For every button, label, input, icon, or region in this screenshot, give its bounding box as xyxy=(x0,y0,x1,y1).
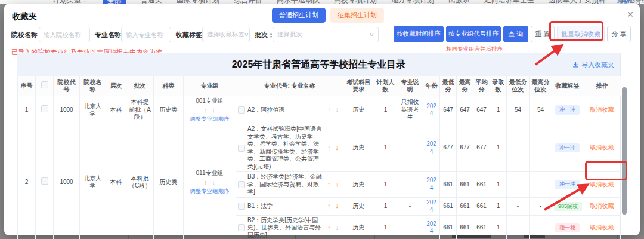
tag-cell: 冲一冲 xyxy=(552,124,583,172)
column-header: 批次 xyxy=(126,76,154,96)
download-icon xyxy=(572,62,579,68)
major-name: A2：文科试验班类[中国语言文学类、考古学、历史学类、哲学类、社会学类、法学、新… xyxy=(247,125,323,170)
group-checkbox[interactable] xyxy=(41,105,48,112)
major-move-down-icon[interactable]: ↓ xyxy=(336,202,339,209)
table-title-band: 2025年甘肃省普通高等学校招生专业目录 导入收藏夹 xyxy=(17,53,620,76)
group-checkbox[interactable] xyxy=(41,177,48,185)
major-checkbox[interactable] xyxy=(238,106,245,114)
major-checkbox[interactable] xyxy=(238,224,245,231)
modal-title: 收藏夹 xyxy=(12,11,37,22)
year-cell: 2024 xyxy=(423,96,440,124)
batch-select[interactable]: 选择批次 ∨ xyxy=(273,27,379,42)
column-header: 平均分 xyxy=(473,76,490,96)
major-move-down-icon[interactable]: ↓ xyxy=(336,180,339,188)
reset-button[interactable]: 重 置 xyxy=(531,26,555,42)
column-header: 年份 xyxy=(423,76,440,96)
major-checkbox[interactable] xyxy=(238,203,245,210)
normal-plan-tab[interactable]: 普通招生计划 xyxy=(272,8,326,23)
group-move-up-icon[interactable]: ↑ xyxy=(204,179,208,186)
avg-score-cell: 647 xyxy=(473,96,490,124)
action-cell: 取消收藏 xyxy=(583,172,621,198)
import-favorites-link[interactable]: 导入收藏夹 xyxy=(572,60,614,69)
cancel-favorite-link[interactable]: 取消收藏 xyxy=(590,144,614,151)
major-move-up-icon[interactable]: ↑ xyxy=(327,106,331,113)
sort-by-time-button[interactable]: 按收藏时间排序 xyxy=(394,26,444,42)
column-header: 专业组 xyxy=(184,76,236,96)
major-move-up-icon[interactable]: ↑ xyxy=(327,144,331,151)
major-move-up-icon[interactable]: ↑ xyxy=(327,202,331,209)
tag-cell: 冲一冲 xyxy=(552,172,583,198)
column-header: 专业说明 xyxy=(397,76,423,96)
major-move-up-icon[interactable]: ↑ xyxy=(327,224,331,231)
query-button[interactable]: 查 询 xyxy=(503,26,528,42)
major-name: B3：经济学类[经济学、金融学、国际经济与贸易、财政学] xyxy=(247,173,323,196)
group-move-up-icon[interactable]: ↑ xyxy=(204,106,208,114)
share-button[interactable]: 分 享 xyxy=(607,26,631,42)
avg-score-cell: 677 xyxy=(473,124,490,172)
admit-count-cell: 1 xyxy=(490,197,507,215)
category-cell: 历史类 xyxy=(154,124,184,239)
year-link[interactable]: 2024 xyxy=(426,103,436,117)
major-name: B1：法学 xyxy=(247,203,323,210)
catalog-data-table: 序号院校代号院校名称层次批次科类专业组专业代号: 专业名称考试科目要求计划人数专… xyxy=(17,76,621,239)
adjust-group-order-link[interactable]: 调整专业组顺序 xyxy=(185,115,234,122)
college-name-input[interactable] xyxy=(39,27,90,42)
cancel-favorite-link[interactable]: 取消收藏 xyxy=(590,181,614,188)
vertical-scrollbar[interactable] xyxy=(622,87,627,215)
major-note-cell: 只招收英语考生 xyxy=(397,96,423,124)
major-name-cell: B3：经济学类[经济学、金融学、国际经济与贸易、财政学]↑↓ xyxy=(236,172,343,198)
plan-count-cell: 1 xyxy=(374,172,397,198)
group-label: 001专业组 xyxy=(185,97,234,105)
select-all-checkbox[interactable] xyxy=(41,81,48,88)
cancel-favorite-link[interactable]: 取消收藏 xyxy=(590,224,614,231)
tag-select[interactable]: 选择收藏标签 ∨ xyxy=(202,27,250,42)
max-score-cell: 661 xyxy=(457,197,473,215)
exam-subject-cell: 历史 xyxy=(343,96,374,124)
group-move-down-icon[interactable]: ↓ xyxy=(212,179,216,186)
min-score-cell: 677 xyxy=(440,124,457,172)
action-cell: 取消收藏 xyxy=(583,215,621,239)
min-rank-cell: - xyxy=(507,172,530,198)
year-link[interactable]: 2024 xyxy=(426,220,436,235)
major-move-up-icon[interactable]: ↑ xyxy=(327,180,331,188)
major-move-down-icon[interactable]: ↓ xyxy=(336,224,339,231)
collect-plan-tab[interactable]: 征集招生计划 xyxy=(330,8,384,23)
plan-count-cell: 1 xyxy=(374,96,397,124)
column-header: 院校代号 xyxy=(54,76,80,96)
year-link[interactable]: 2024 xyxy=(426,199,436,213)
close-icon[interactable]: ✕ xyxy=(624,8,636,20)
table-title: 2025年甘肃省普通高等学校招生专业目录 xyxy=(232,59,406,71)
major-move-down-icon[interactable]: ↓ xyxy=(336,144,339,151)
college-name-cell: 北京大学 xyxy=(80,96,106,124)
major-checkbox[interactable] xyxy=(238,181,245,188)
major-move-down-icon[interactable]: ↓ xyxy=(336,106,339,113)
major-name: B2：历史学类[历史学(中国史)、世界史、外国语言与外国历史] xyxy=(247,217,323,239)
batch-cell: 本科批（C段） xyxy=(126,124,154,239)
year-link[interactable]: 2024 xyxy=(426,177,436,191)
table-header-row: 序号院校代号院校名称层次批次科类专业组专业代号: 专业名称考试科目要求计划人数专… xyxy=(18,76,621,96)
column-header: 层次 xyxy=(106,76,126,96)
action-cell: 取消收藏 xyxy=(583,124,621,172)
avg-score-cell: 661 xyxy=(473,197,490,215)
adjust-group-order-link[interactable]: 调整专业组顺序 xyxy=(185,188,234,195)
chevron-down-icon: ∨ xyxy=(244,32,249,38)
column-header: 操作 xyxy=(583,76,621,96)
plan-count-cell: 1 xyxy=(374,197,397,215)
column-header: 最高分 xyxy=(457,76,473,96)
college-code-cell: 1000 xyxy=(54,96,80,124)
group-move-down-icon[interactable]: ↓ xyxy=(212,106,216,114)
min-rank-cell: - xyxy=(507,215,530,239)
column-header: 科类 xyxy=(154,76,184,96)
cancel-favorite-link[interactable]: 取消收藏 xyxy=(590,106,614,113)
sort-by-code-button[interactable]: 按专业组代号排序 xyxy=(446,26,501,42)
page: 计划类型：全部普通类国家专项计划综合评价高水平运动队高校专项计划地方专项计划民族… xyxy=(0,0,644,239)
cancel-favorite-link[interactable]: 取消收藏 xyxy=(590,203,614,209)
year-link[interactable]: 2024 xyxy=(426,140,436,155)
column-header: 考试科目要求 xyxy=(343,76,374,96)
batch-cancel-favorite-button[interactable]: 批量取消收藏 xyxy=(557,26,605,42)
major-name-input[interactable] xyxy=(121,27,171,42)
major-checkbox[interactable] xyxy=(238,145,245,152)
min-score-cell: 661 xyxy=(440,215,457,239)
max-rank-cell: - xyxy=(530,215,552,239)
favorite-tag-badge: 冲一冲 xyxy=(555,105,580,114)
